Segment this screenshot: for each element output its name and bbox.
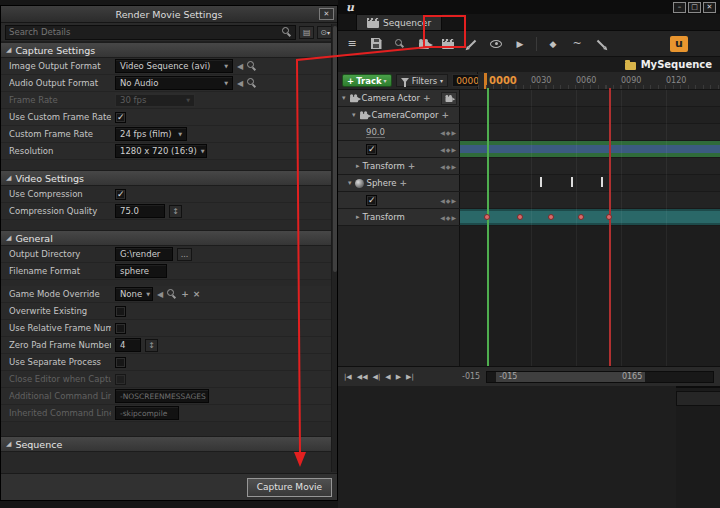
add-section-icon[interactable]: + [441,110,449,120]
value-slider-icon[interactable]: ↕ [145,339,158,352]
add-section-icon[interactable]: + [408,161,416,171]
use-selected-arrow-icon[interactable]: ◀ [237,62,243,71]
relative-frame-numbers-checkbox[interactable] [115,323,126,334]
expander-icon[interactable]: ▾ [342,94,346,102]
dialog-scrollbar[interactable] [331,24,337,472]
view-options-button[interactable] [488,36,504,52]
fov-value[interactable]: 90.0 [366,127,385,138]
capture-movie-button[interactable]: Capture Movie [247,478,332,497]
step-forward-button[interactable]: ▶| [406,373,414,381]
value-slider-icon[interactable]: ↕ [169,205,182,218]
expander-icon[interactable]: ▾ [348,179,352,187]
scrollbar-thumb[interactable] [333,26,337,272]
expander-icon[interactable]: ▸ [356,213,360,221]
playback-options-button[interactable]: ▶ [512,36,528,52]
browse-icon[interactable] [247,61,257,71]
dialog-titlebar[interactable]: Render Movie Settings ✕ [1,6,337,23]
playhead-marker[interactable] [484,73,487,89]
filters-button[interactable]: Filters ▾ [396,74,449,87]
render-movie-button[interactable] [440,36,456,52]
unreal-badge[interactable]: u [670,36,688,52]
track-lane[interactable] [460,175,720,191]
keyframe-nav-icons[interactable]: ◀◆▶ [440,146,457,153]
details-search-bar[interactable] [676,391,720,406]
game-mode-dropdown[interactable]: None [115,287,153,301]
section-sequence[interactable]: Sequence [1,436,337,452]
keyframe-nav-icons[interactable]: ◀◆▶ [440,197,457,204]
add-section-icon[interactable]: + [423,93,431,103]
close-window-button[interactable]: ✕ [703,2,716,13]
use-compression-checkbox[interactable] [115,189,126,200]
use-selected-arrow-icon[interactable]: ◀ [237,79,243,88]
expander-icon[interactable]: ▸ [356,162,360,170]
keyframe-nav-icons[interactable]: ◀◆▶ [440,163,457,170]
find-in-content-button[interactable] [392,36,408,52]
go-to-start-button[interactable]: |◀ [344,373,352,381]
filename-format-field[interactable]: sphere [115,264,167,278]
keyframe-dot[interactable] [606,214,612,220]
track-row-camera-enabled[interactable]: ◀◆▶ [338,141,720,158]
track-lane[interactable] [460,124,720,140]
audio-output-dropdown[interactable]: No Audio [115,76,233,90]
keyframe-tick[interactable] [601,177,603,187]
search-input[interactable] [9,27,282,37]
image-output-dropdown[interactable]: Video Sequence (avi) [115,59,233,73]
breadcrumb-label[interactable]: MySequence [641,59,712,70]
playback-end-line[interactable] [609,88,611,366]
add-section-icon[interactable]: + [399,178,407,188]
step-back-button[interactable]: ◀| [373,373,381,381]
keyframe-dot[interactable] [517,214,523,220]
track-row-camera-component[interactable]: ▾ CameraCompor + [338,107,720,124]
keyframe-nav-icons[interactable]: ◀◆▶ [440,214,457,221]
track-row-camera-actor[interactable]: ▾ Camera Actor + [338,90,720,107]
overwrite-existing-checkbox[interactable] [115,306,126,317]
inherited-cmdline-field[interactable]: -skipcompile [115,406,179,420]
track-row-transform-camera[interactable]: ▸ Transform + ◀◆▶ [338,158,720,175]
maximize-button[interactable]: □ [688,2,701,13]
separate-process-checkbox[interactable] [115,357,126,368]
timeline-ruler[interactable]: 0000 0030 0060 0090 0120 [478,72,720,89]
additional-cmdline-field[interactable]: -NOSCREENMESSAGES [115,389,209,403]
track-checkbox[interactable] [366,144,377,155]
section-video-settings[interactable]: Video Settings [1,170,337,186]
custom-frame-rate-dropdown[interactable]: 24 fps (film) [115,127,187,141]
browse-icon[interactable] [167,289,177,299]
camera-section-bar[interactable] [460,141,720,157]
timeline-scrollbar-thumb[interactable]: -015 0165 [496,372,645,382]
transform-keys-lane[interactable] [460,209,720,225]
track-row-fov[interactable]: 90.0 ◀◆▶ [338,124,720,141]
add-icon[interactable]: + [181,289,189,299]
create-camera-button[interactable] [416,36,432,52]
save-button[interactable] [368,36,384,52]
add-track-button[interactable]: + Track ▾ [342,74,392,87]
track-row-transform-sphere[interactable]: ▸ Transform ◀◆▶ [338,209,720,226]
keyframe-options-button[interactable]: ◆ [545,36,561,52]
edit-button[interactable] [593,36,609,52]
previous-key-button[interactable]: ◀◀ [357,373,368,381]
resolution-dropdown[interactable]: 1280 x 720 (16:9) [115,144,207,158]
clear-icon[interactable]: × [193,289,201,299]
browse-directory-button[interactable]: ... [177,248,192,261]
track-checkbox[interactable] [366,195,377,206]
track-lane[interactable] [460,90,720,106]
curve-editor-button[interactable]: ~ [569,36,585,52]
track-lane[interactable] [460,158,720,174]
property-matrix-button[interactable]: ▤ [299,26,314,39]
slate-options-button[interactable]: ≡ [344,36,360,52]
dialog-close-button[interactable]: ✕ [319,8,334,20]
playhead-line[interactable] [487,88,489,366]
keyframe-dot[interactable] [548,214,554,220]
timeline-scrollbar[interactable]: -015 0165 [486,371,714,383]
play-button[interactable]: ▶ [396,373,401,381]
track-row-sphere[interactable]: ▾ Sphere + [338,175,720,192]
track-lane[interactable] [460,107,720,123]
browse-icon[interactable] [247,78,257,88]
track-row-sphere-enabled[interactable]: ◀◆▶ [338,192,720,209]
expander-icon[interactable]: ▾ [352,111,356,119]
keyframe-dot[interactable] [484,214,490,220]
section-capture-settings[interactable]: Capture Settings [1,42,337,58]
compression-quality-field[interactable]: 75.0 [115,204,165,218]
zero-pad-field[interactable]: 4 [115,338,141,352]
tools-button[interactable] [464,36,480,52]
use-selected-arrow-icon[interactable]: ◀ [157,290,163,299]
